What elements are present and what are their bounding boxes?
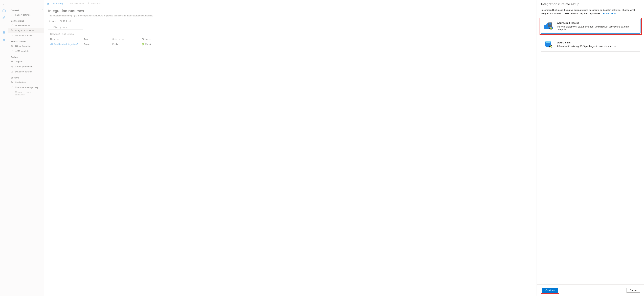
col-subtype[interactable]: Sub-type ↑↓ (112, 38, 142, 40)
pencil-icon[interactable] (1, 15, 7, 20)
nav-label: Customer managed key (15, 86, 38, 89)
nav-label: Git configuration (15, 45, 31, 47)
panel-description: Integration Runtime is the native comput… (541, 8, 640, 15)
sort-icon: ↑↓ (57, 38, 59, 40)
group-security: Security (8, 74, 44, 80)
setup-panel: Integration runtime setup Integration Ru… (537, 0, 644, 296)
cell-value: AutoResolveIntegrationR... (54, 43, 80, 45)
cell-value: Runnin (145, 43, 152, 45)
cell-status: ✓Runnin (142, 43, 157, 45)
nav-label: Triggers (15, 60, 23, 63)
nav-linked-services[interactable]: Linked services (8, 23, 44, 28)
svg-point-5 (12, 35, 12, 36)
chevron-down-icon: ⌄ (65, 2, 66, 5)
svg-point-18 (545, 41, 551, 43)
act-label: Refresh (63, 20, 71, 22)
sort-icon: ↑↓ (122, 38, 124, 40)
checkmark-icon: ✓≡ (70, 2, 73, 5)
link-label: Learn more (602, 12, 613, 14)
continue-button[interactable]: Continue (542, 288, 558, 293)
group-general: General (8, 7, 44, 12)
key-icon (11, 86, 14, 89)
new-button[interactable]: ＋ New (48, 20, 56, 23)
monitor-icon[interactable] (1, 22, 7, 28)
act-label: New (52, 20, 56, 22)
col-status[interactable]: Status ↑↓ (142, 38, 157, 40)
svg-point-11 (12, 82, 13, 83)
col-name[interactable]: Name ↑↓ (50, 38, 84, 40)
success-icon: ✓ (142, 43, 144, 45)
sidebar: « General Factory settings Connections L… (8, 0, 44, 296)
nav-label: ARM template (15, 50, 29, 52)
nav-customer-managed-key[interactable]: Customer managed key (8, 85, 44, 90)
upload-icon (87, 2, 90, 4)
option-azure-self-hosted[interactable]: Azure, Self-Hosted Perform data flows, d… (541, 19, 640, 33)
option-title: Azure-SSIS (557, 41, 617, 44)
cloud-icon (50, 43, 53, 45)
cloud-server-icon (544, 22, 553, 30)
nav-managed-private-endpoints[interactable]: Managed private endpoints (8, 90, 44, 97)
col-label: Status (142, 38, 148, 40)
nav-label: Factory settings (15, 13, 30, 16)
expand-rail-button[interactable]: » (2, 1, 6, 6)
graduation-icon[interactable] (1, 37, 7, 42)
learn-more-link[interactable]: Learn more ⧉ (602, 12, 616, 14)
template-icon (11, 50, 14, 52)
sort-icon: ↑↓ (149, 38, 151, 40)
panel-title: Integration runtime setup (541, 2, 640, 6)
filter-input[interactable] (48, 25, 83, 30)
svg-rect-9 (11, 71, 13, 72)
home-icon[interactable] (1, 7, 7, 13)
col-label: Name (50, 38, 56, 40)
eye-icon (11, 34, 14, 37)
nav-label: Managed private endpoints (15, 91, 41, 96)
toolbox-icon[interactable] (1, 30, 7, 35)
nav-global-parameters[interactable]: Global parameters (8, 64, 44, 69)
nav-integration-runtimes[interactable]: Integration runtimes (8, 28, 44, 33)
nav-label: Linked services (15, 24, 30, 27)
nav-data-flow-libraries[interactable]: Data flow libraries (8, 69, 44, 74)
nav-label: Credentials (15, 81, 26, 84)
tb-label: Publish all (91, 2, 100, 5)
cancel-button[interactable]: Cancel (626, 288, 640, 293)
highlighted-continue: Continue (541, 287, 559, 294)
option-desc: Lift-and-shift existing SSIS packages to… (557, 45, 617, 48)
svg-rect-15 (549, 24, 551, 25)
group-source-control: Source control (8, 38, 44, 43)
brand-switcher[interactable]: Data Factory ⌄ (46, 2, 66, 5)
col-label: Type (84, 38, 88, 40)
nav-credentials[interactable]: Credentials (8, 80, 44, 85)
option-azure-ssis[interactable]: Azure-SSIS Lift-and-shift existing SSIS … (541, 37, 640, 51)
validate-all-button[interactable]: ✓≡ Validate all (70, 2, 84, 5)
brand-label: Data Factory (51, 2, 63, 5)
external-link-icon: ⧉ (614, 12, 616, 14)
database-icon (544, 40, 554, 49)
library-icon (11, 70, 14, 73)
nav-git-configuration[interactable]: Git configuration (8, 43, 44, 48)
nav-label: Integration runtimes (15, 29, 34, 32)
cell-type: Azure (84, 43, 112, 45)
tb-label: Validate all (74, 2, 84, 5)
collapse-sidebar-button[interactable]: « (42, 8, 43, 10)
nav-label: Global parameters (15, 65, 33, 68)
sliders-icon (11, 13, 14, 16)
nav-label: Data flow libraries (15, 70, 32, 73)
nav-factory-settings[interactable]: Factory settings (8, 12, 44, 17)
nav-arm-template[interactable]: ARM template (8, 48, 44, 53)
nav-label: Microsoft Purview (15, 34, 32, 37)
globe-icon (11, 65, 14, 68)
refresh-button[interactable]: Refresh (60, 20, 71, 22)
bolt-icon (11, 60, 14, 63)
svg-point-10 (12, 81, 12, 82)
publish-all-button[interactable]: Publish all (87, 2, 100, 5)
git-icon (11, 45, 14, 47)
col-type[interactable]: Type ↑↓ (84, 38, 112, 40)
option-desc: Perform data flows, data movement and di… (557, 25, 637, 31)
link-icon (11, 24, 14, 27)
runtime-link[interactable]: AutoResolveIntegrationR... (50, 43, 84, 45)
nav-triggers[interactable]: Triggers (8, 59, 44, 64)
panel-footer: Continue Cancel (537, 285, 644, 296)
svg-rect-14 (549, 23, 551, 24)
group-connections: Connections (8, 17, 44, 23)
nav-microsoft-purview[interactable]: Microsoft Purview (8, 33, 44, 38)
